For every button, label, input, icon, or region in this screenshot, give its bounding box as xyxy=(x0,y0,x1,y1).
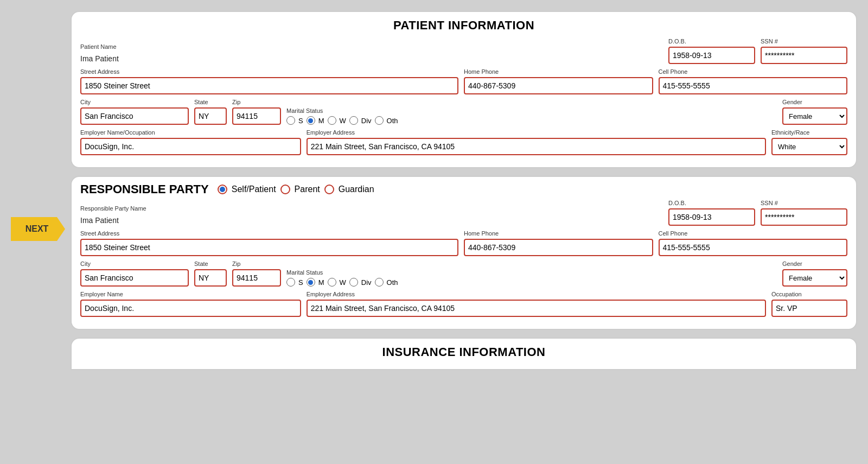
responsible-dob-input[interactable] xyxy=(668,208,755,226)
patient-marital-s-label: S xyxy=(298,117,303,125)
responsible-occupation-input[interactable] xyxy=(771,300,847,317)
responsible-row-3: City State Zip Marital Status xyxy=(80,260,847,287)
responsible-city-input[interactable] xyxy=(80,269,189,287)
responsible-header: RESPONSIBLE PARTY Self/Patient Parent Gu… xyxy=(72,177,856,200)
responsible-marital-m-label: M xyxy=(318,278,324,287)
responsible-street-group: Street Address xyxy=(80,230,458,256)
patient-marital-div-label: Div xyxy=(361,117,372,125)
responsible-form-grid: Responsible Party Name Ima Patient D.O.B… xyxy=(72,200,856,317)
patient-homephone-input[interactable] xyxy=(464,77,653,94)
responsible-name-display: Ima Patient xyxy=(80,214,513,226)
patient-city-input[interactable] xyxy=(80,107,189,125)
responsible-cellphone-label: Cell Phone xyxy=(659,230,848,237)
forms-area: PATIENT INFORMATION Patient Name Ima Pat… xyxy=(71,11,857,370)
responsible-self-radio[interactable] xyxy=(218,185,227,194)
patient-marital-oth-label: Oth xyxy=(387,117,398,125)
responsible-employer-addr-label: Employer Address xyxy=(307,291,766,297)
responsible-marital-w[interactable] xyxy=(328,278,336,287)
responsible-employer-input[interactable] xyxy=(80,300,301,317)
responsible-self-label: Self/Patient xyxy=(232,185,276,194)
patient-gender-select[interactable]: Female Male Other xyxy=(782,107,847,125)
responsible-ssn-input[interactable] xyxy=(761,208,847,226)
patient-street-group: Street Address xyxy=(80,68,458,94)
responsible-marital-label: Marital Status xyxy=(286,269,777,276)
insurance-section-title: INSURANCE INFORMATION xyxy=(72,339,856,365)
patient-marital-div[interactable] xyxy=(349,116,358,125)
responsible-guardian-radio[interactable] xyxy=(324,185,334,194)
responsible-state-input[interactable] xyxy=(194,269,227,287)
responsible-occupation-group: Occupation xyxy=(771,291,847,317)
responsible-zip-input[interactable] xyxy=(232,269,281,287)
patient-employer-addr-input[interactable] xyxy=(307,138,766,155)
responsible-marital-oth-label: Oth xyxy=(387,278,398,287)
patient-marital-group: Marital Status S M W Div Oth xyxy=(286,107,777,125)
responsible-parent-radio[interactable] xyxy=(280,185,290,194)
responsible-street-label: Street Address xyxy=(80,230,458,237)
responsible-zip-group: Zip xyxy=(232,260,281,287)
responsible-cellphone-group: Cell Phone xyxy=(659,230,848,256)
responsible-street-input[interactable] xyxy=(80,239,458,256)
responsible-homephone-group: Home Phone xyxy=(464,230,653,256)
patient-employer-input[interactable] xyxy=(80,138,301,155)
patient-ssn-group: SSN # xyxy=(761,38,847,64)
responsible-employer-label: Employer Name xyxy=(80,291,301,297)
responsible-row-4: Employer Name Employer Address Occupatio… xyxy=(80,291,847,317)
responsible-homephone-label: Home Phone xyxy=(464,230,653,237)
patient-ssn-input[interactable] xyxy=(761,47,847,64)
responsible-name-group: Responsible Party Name Ima Patient xyxy=(80,205,513,226)
patient-row-4: Employer Name/Occupation Employer Addres… xyxy=(80,129,847,155)
responsible-section-title: RESPONSIBLE PARTY xyxy=(80,182,209,196)
patient-row-2: Street Address Home Phone Cell Phone xyxy=(80,68,847,94)
patient-form-grid: Patient Name Ima Patient D.O.B. SSN # xyxy=(72,38,856,155)
patient-street-input[interactable] xyxy=(80,77,458,94)
responsible-employer-addr-group: Employer Address xyxy=(307,291,766,317)
responsible-city-group: City xyxy=(80,260,189,287)
patient-marital-options: S M W Div Oth xyxy=(286,116,777,125)
patient-row-3: City State Zip Marital Status xyxy=(80,99,847,125)
patient-state-input[interactable] xyxy=(194,107,227,125)
responsible-dob-group: D.O.B. xyxy=(668,200,755,226)
patient-homephone-group: Home Phone xyxy=(464,68,653,94)
patient-city-group: City xyxy=(80,99,189,125)
patient-marital-w-label: W xyxy=(340,117,346,125)
responsible-dob-label: D.O.B. xyxy=(668,200,755,206)
patient-zip-input[interactable] xyxy=(232,107,281,125)
patient-marital-w[interactable] xyxy=(328,116,336,125)
responsible-marital-div[interactable] xyxy=(349,278,358,287)
responsible-marital-s[interactable] xyxy=(286,278,295,287)
responsible-marital-group: Marital Status S M W Div Oth xyxy=(286,269,777,287)
patient-dob-input[interactable] xyxy=(668,47,755,64)
responsible-gender-select[interactable]: Female Male Other xyxy=(782,269,847,287)
patient-marital-oth[interactable] xyxy=(375,116,384,125)
responsible-row-2: Street Address Home Phone Cell Phone xyxy=(80,230,847,256)
responsible-occupation-label: Occupation xyxy=(771,291,847,297)
patient-zip-label: Zip xyxy=(232,99,281,105)
responsible-marital-m[interactable] xyxy=(307,278,315,287)
patient-marital-m[interactable] xyxy=(307,116,315,125)
patient-ethnicity-select[interactable]: White Black Asian Hispanic Other xyxy=(771,138,847,155)
responsible-marital-s-label: S xyxy=(298,278,303,287)
patient-name-display: Ima Patient xyxy=(80,52,513,64)
responsible-row-1: Responsible Party Name Ima Patient D.O.B… xyxy=(80,200,847,226)
responsible-marital-w-label: W xyxy=(340,278,346,287)
patient-row-1: Patient Name Ima Patient D.O.B. SSN # xyxy=(80,38,847,64)
responsible-homephone-input[interactable] xyxy=(464,239,653,256)
next-button-area: NEXT xyxy=(11,11,65,241)
patient-marital-m-label: M xyxy=(318,117,324,125)
patient-employer-addr-label: Employer Address xyxy=(307,129,766,136)
patient-gender-label: Gender xyxy=(782,99,847,105)
next-button[interactable]: NEXT xyxy=(11,217,65,241)
patient-marital-label: Marital Status xyxy=(286,107,777,114)
patient-information-card: PATIENT INFORMATION Patient Name Ima Pat… xyxy=(71,11,857,168)
responsible-state-label: State xyxy=(194,260,227,267)
responsible-marital-oth[interactable] xyxy=(375,278,384,287)
responsible-guardian-label: Guardian xyxy=(339,185,374,194)
patient-employer-label: Employer Name/Occupation xyxy=(80,129,301,136)
patient-state-label: State xyxy=(194,99,227,105)
patient-marital-s[interactable] xyxy=(286,116,295,125)
patient-dob-group: D.O.B. xyxy=(668,38,755,64)
patient-cellphone-input[interactable] xyxy=(659,77,848,94)
responsible-cellphone-input[interactable] xyxy=(659,239,848,256)
responsible-employer-addr-input[interactable] xyxy=(307,300,766,317)
patient-employer-group: Employer Name/Occupation xyxy=(80,129,301,155)
